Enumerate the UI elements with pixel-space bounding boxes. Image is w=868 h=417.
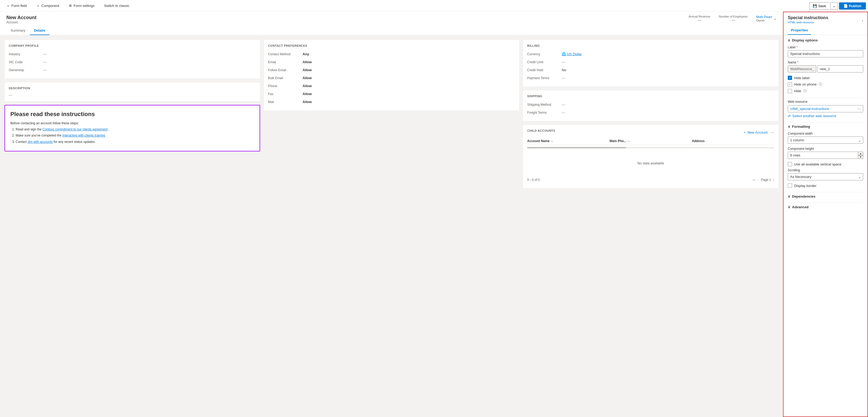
col-account-name[interactable]: Account Name ↑↓ (527, 139, 610, 143)
select-web-resource-button[interactable]: ⇄ Select another web resource (788, 114, 863, 118)
field-credit-hold: Credit Hold No (527, 66, 774, 74)
form-field-button[interactable]: ＋ Form field (4, 2, 29, 9)
label-bulk-email: Bulk Email (268, 76, 303, 80)
label-shipping-method: Shipping Method (527, 103, 562, 106)
company-profile-section: COMPANY PROFILE Industry --- SIC Code --… (4, 39, 260, 79)
use-all-vertical-checkbox[interactable] (788, 162, 792, 166)
instructions-step-2: Make sure you've completed the Interacti… (16, 133, 254, 138)
component-height-field: Component height ▲ ▼ (788, 147, 863, 159)
switch-classic-button[interactable]: Switch to classic (102, 3, 131, 9)
prev-page-button[interactable]: ‹ (758, 178, 759, 182)
currency-icon: 🌐 (562, 52, 567, 56)
step2-link[interactable]: Interacting with clients training (62, 134, 105, 137)
field-sic-code: SIC Code --- (9, 58, 256, 66)
tab-details[interactable]: Details (30, 26, 50, 35)
instructions-section: Please read these instructions Before co… (4, 105, 260, 152)
step3-link[interactable]: Jim with accounts (28, 140, 53, 144)
dependencies-header[interactable]: ∨ Dependencies (788, 194, 863, 198)
value-credit-hold: No (562, 68, 566, 72)
name-field-row: WebResource_ new_1 (788, 65, 863, 72)
plus-icon: ＋ (6, 3, 10, 8)
chevron-down-icon[interactable]: ⌄ (774, 17, 777, 21)
instructions-box: Please read these instructions Before co… (4, 105, 260, 151)
form-tabs: Summary Details (6, 26, 777, 35)
field-ownership: Ownership --- (9, 66, 256, 74)
annual-revenue-field: Annual Revenue --- (689, 15, 710, 22)
shipping-title: SHIPPING (527, 95, 774, 98)
panel-body: ∧ Display options Label * Name * (783, 35, 867, 217)
hide-text: Hide (794, 89, 801, 93)
value-freight-terms: --- (562, 110, 565, 115)
name-field: Name * WebResource_ new_1 (788, 61, 863, 72)
form-body: COMPANY PROFILE Industry --- SIC Code --… (0, 35, 783, 193)
publish-button[interactable]: 📄 Publish (839, 2, 866, 9)
first-page-button[interactable]: ⏮ (752, 178, 755, 182)
field-industry: Industry --- (9, 51, 256, 58)
settings-icon: ⚙ (69, 4, 72, 8)
save-dropdown-button[interactable]: ⌄ (830, 2, 838, 9)
scrolling-dropdown[interactable]: As Necessary Always Never (788, 173, 863, 180)
stepper-up-button[interactable]: ▲ (858, 152, 863, 155)
formatting-header[interactable]: ∧ Formatting (788, 125, 863, 129)
tab-summary[interactable]: Summary (6, 26, 30, 35)
num-employees-label: Number of Employees (719, 15, 748, 18)
chevron-down-icon: ∨ (788, 194, 790, 198)
use-all-vertical-row: Use all available vertical space (788, 162, 863, 166)
value-follow-email: Allow (303, 68, 312, 72)
display-options-section: ∧ Display options Label * Name * (788, 38, 863, 93)
value-currency[interactable]: 🌐 US Dollar (562, 52, 582, 56)
billing-section: BILLING Currency 🌐 US Dollar Credit Limi… (523, 39, 779, 87)
step2-text-before: Make sure you've completed the (16, 134, 62, 137)
hide-label-row: Hide label (788, 76, 863, 80)
col-main-phone[interactable]: Main Pho... ↑↓ (610, 139, 692, 143)
more-options-icon[interactable]: ⋯ (857, 107, 861, 111)
form-settings-button[interactable]: ⚙ Form settings (67, 3, 97, 9)
info-icon: ⓘ (819, 82, 822, 87)
hide-on-phone-text: Hide on phone (794, 82, 817, 86)
panel-subtitle: HTML web resource (788, 21, 828, 24)
toolbar: ＋ Form field ＋ Component ⚙ Form settings… (0, 0, 868, 12)
col-account-name-label: Account Name (527, 139, 550, 143)
display-border-checkbox[interactable] (788, 184, 792, 188)
shipping-section: SHIPPING Shipping Method --- Freight Ter… (523, 90, 779, 121)
swap-icon: ⇄ (788, 114, 791, 118)
child-accounts-actions: ＋ New Account ⋯ (743, 130, 774, 135)
display-options-label: Display options (792, 38, 818, 42)
owner-name[interactable]: Matt Peart (756, 15, 772, 19)
label-input[interactable] (788, 50, 863, 57)
field-label-sic-code: SIC Code (9, 60, 43, 64)
display-options-header[interactable]: ∧ Display options (788, 38, 863, 42)
new-account-button[interactable]: ＋ New Account (743, 130, 768, 135)
label-phone: Phone (268, 84, 303, 88)
label-credit-hold: Credit Hold (527, 68, 562, 72)
step2-text-after: . (106, 134, 107, 137)
component-height-label: Component height (788, 147, 863, 151)
panel-tab-properties[interactable]: Properties (788, 26, 811, 35)
field-follow-email: Follow Email Allow (268, 66, 515, 74)
field-value-ownership: --- (43, 68, 47, 72)
panel-close-button[interactable]: › (862, 19, 863, 23)
label-currency: Currency (527, 52, 562, 56)
child-accounts-section: CHILD ACCOUNTS ＋ New Account ⋯ Account N… (523, 125, 779, 188)
stepper-down-button[interactable]: ▼ (858, 155, 863, 159)
component-button[interactable]: ＋ Component (34, 2, 61, 9)
advanced-header[interactable]: ∨ Advanced (788, 205, 863, 209)
field-payment-terms: Payment Terms --- (527, 74, 774, 82)
next-page-button[interactable]: › (773, 178, 774, 182)
sort-icon: ↑↓ (627, 140, 630, 142)
hide-label-checkbox[interactable] (788, 76, 792, 80)
form-field-label: Form field (11, 4, 27, 8)
select-web-resource-label: Select another web resource (792, 114, 836, 118)
hide-checkbox[interactable] (788, 89, 792, 93)
chevron-down-icon: ∨ (788, 205, 790, 209)
web-resource-input[interactable]: crfb6_special-instructions ⋯ (788, 105, 863, 113)
component-width-dropdown[interactable]: 1 column 2 columns 3 columns (788, 136, 863, 144)
name-field-label: Name * (788, 61, 863, 64)
instructions-step-1: Read and sign the Contoso commitment to … (16, 127, 254, 132)
step1-link[interactable]: Contoso commitment to our clients agreem… (42, 127, 107, 131)
hide-on-phone-checkbox[interactable] (788, 82, 792, 87)
save-button[interactable]: 💾 Save (809, 2, 829, 9)
advanced-label: Advanced (792, 205, 808, 209)
more-options-icon[interactable]: ⋯ (771, 130, 774, 134)
component-height-input[interactable] (788, 152, 863, 159)
